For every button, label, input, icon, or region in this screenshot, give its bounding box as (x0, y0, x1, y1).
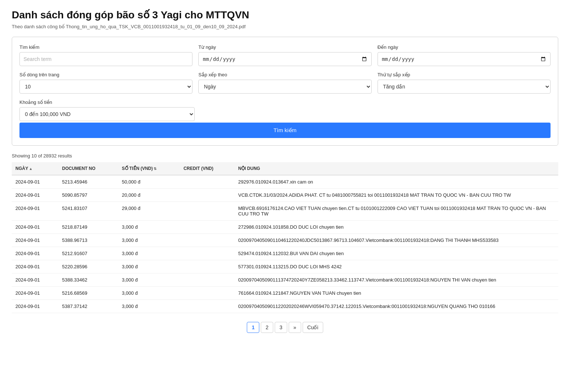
amount-select[interactable]: 0 đến 100,000 VND100,000 đến 500,000 VND… (19, 107, 195, 121)
table-row: 2024-09-015220.285963,000 đ577301.010924… (12, 260, 558, 273)
cell-doc_no-3: 5218.87149 (58, 221, 118, 234)
order-select[interactable]: Tăng dầnGiảm dần (378, 80, 551, 94)
from-date-input[interactable] (198, 52, 371, 66)
cell-so_tien-9: 3,000 đ (118, 300, 180, 313)
cell-credit-3 (180, 221, 235, 234)
amount-label: Khoảng số tiền (19, 99, 195, 105)
cell-credit-4 (180, 234, 235, 247)
cell-ngay-1: 2024-09-01 (12, 189, 58, 202)
results-info: Showing 10 of 28932 results (12, 153, 558, 159)
cell-noi_dung-9: 0200970405090112202020246WVI059470.37142… (235, 300, 559, 313)
page-3-button[interactable]: 3 (275, 322, 287, 333)
cell-doc_no-4: 5388.96713 (58, 234, 118, 247)
cell-doc_no-9: 5387.37142 (58, 300, 118, 313)
page-2-button[interactable]: 2 (261, 322, 273, 333)
search-group: Tìm kiếm (19, 44, 192, 66)
col-ngay[interactable]: NGÀY ▲ (12, 162, 58, 175)
to-date-group: Đến ngày (378, 44, 551, 66)
cell-noi_dung-2: MBVCB.6916176124.CAO VIET TUAN chuyen ti… (235, 202, 559, 221)
rows-label: Số dòng trên trang (19, 72, 192, 77)
cell-ngay-5: 2024-09-01 (12, 247, 58, 260)
cell-so_tien-8: 3,000 đ (118, 287, 180, 300)
sort-select[interactable]: NgàySố tiềnNội dung (198, 80, 371, 94)
sort-group: Sắp xếp theo NgàySố tiềnNội dung (198, 72, 371, 94)
cell-doc_no-2: 5241.83107 (58, 202, 118, 221)
cell-noi_dung-8: 761664.010924.121847.NGUYEN VAN TUAN chu… (235, 287, 559, 300)
page-subtitle: Theo danh sách công bố Thong_tin_ung_ho_… (12, 24, 558, 29)
cell-so_tien-3: 3,000 đ (118, 221, 180, 234)
to-date-label: Đến ngày (378, 44, 551, 50)
table-row: 2024-09-015218.871493,000 đ272986.010924… (12, 221, 558, 234)
order-group: Thứ tự sắp xếp Tăng dầnGiảm dần (378, 72, 551, 94)
page-title: Danh sách đóng góp bão số 3 Yagi cho MTT… (12, 9, 558, 21)
cell-noi_dung-6: 577301.010924.113215.DO DUC LOI MHS 4242 (235, 260, 559, 273)
cell-noi_dung-1: VCB.CTDK.31/03/2024.ADIDA PHAT. CT tu 04… (235, 189, 559, 202)
rows-group: Số dòng trên trang 102550100 (19, 72, 192, 94)
cell-doc_no-6: 5220.28596 (58, 260, 118, 273)
from-date-label: Từ ngày (198, 44, 371, 50)
cell-so_tien-0: 50,000 đ (118, 175, 180, 189)
table-row: 2024-09-015241.8310729,000 đMBVCB.691617… (12, 202, 558, 221)
table-row: 2024-09-015388.334623,000 đ0200970405090… (12, 273, 558, 287)
page-1-button[interactable]: 1 (247, 322, 259, 333)
table-row: 2024-09-015387.371423,000 đ0200970405090… (12, 300, 558, 313)
sort-label: Sắp xếp theo (198, 72, 371, 77)
cell-ngay-4: 2024-09-01 (12, 234, 58, 247)
cell-doc_no-0: 5213.45946 (58, 175, 118, 189)
pagination: 123»Cuối (12, 322, 558, 333)
table-row: 2024-09-015213.4594650,000 đ292976.01092… (12, 175, 558, 189)
cell-credit-7 (180, 273, 235, 287)
col-doc_no: DOCUMENT NO (58, 162, 118, 175)
cell-noi_dung-3: 272986.010924.101858.DO DUC LOI chuyen t… (235, 221, 559, 234)
cell-credit-1 (180, 189, 235, 202)
order-label: Thứ tự sắp xếp (378, 72, 551, 77)
sort-arrow-ngay: ▲ (29, 167, 33, 171)
cell-ngay-0: 2024-09-01 (12, 175, 58, 189)
cell-credit-2 (180, 202, 235, 221)
col-noi_dung: NỘI DUNG (235, 162, 559, 175)
table-row: 2024-09-015388.967133,000 đ0200970405090… (12, 234, 558, 247)
cell-so_tien-1: 20,000 đ (118, 189, 180, 202)
cell-doc_no-8: 5216.68569 (58, 287, 118, 300)
to-date-input[interactable] (378, 52, 551, 66)
cell-ngay-2: 2024-09-01 (12, 202, 58, 221)
amount-group: Khoảng số tiền 0 đến 100,000 VND100,000 … (19, 99, 195, 121)
cell-doc_no-5: 5212.91607 (58, 247, 118, 260)
col-credit: CREDIT (VND) (180, 162, 235, 175)
table-row: 2024-09-015212.916073,000 đ529474.010924… (12, 247, 558, 260)
results-table: NGÀY ▲DOCUMENT NOSỐ TIỀN (VND) ⇅CREDIT (… (12, 162, 558, 313)
cell-ngay-6: 2024-09-01 (12, 260, 58, 273)
cell-doc_no-1: 5090.85797 (58, 189, 118, 202)
cell-so_tien-7: 3,000 đ (118, 273, 180, 287)
cell-so_tien-6: 3,000 đ (118, 260, 180, 273)
cell-so_tien-4: 3,000 đ (118, 234, 180, 247)
cell-noi_dung-5: 529474.010924.112032.BUI VAN DAI chuyen … (235, 247, 559, 260)
search-input[interactable] (19, 52, 192, 66)
next-page-button[interactable]: » (289, 322, 301, 333)
cell-credit-5 (180, 247, 235, 260)
rows-select[interactable]: 102550100 (19, 80, 192, 94)
filter-panel: Tìm kiếm Từ ngày Đến ngày Số dòng trên t… (12, 37, 558, 146)
cell-ngay-9: 2024-09-01 (12, 300, 58, 313)
cell-credit-6 (180, 260, 235, 273)
cell-ngay-8: 2024-09-01 (12, 287, 58, 300)
col-so_tien[interactable]: SỐ TIỀN (VND) ⇅ (118, 162, 180, 175)
from-date-group: Từ ngày (198, 44, 371, 66)
cell-credit-9 (180, 300, 235, 313)
cell-so_tien-5: 3,000 đ (118, 247, 180, 260)
search-button[interactable]: Tìm kiếm (19, 123, 551, 138)
cell-ngay-7: 2024-09-01 (12, 273, 58, 287)
cell-noi_dung-4: 0200970405090110461220240JDC5013867.9671… (235, 234, 559, 247)
table-row: 2024-09-015216.685693,000 đ761664.010924… (12, 287, 558, 300)
last-page-button[interactable]: Cuối (303, 322, 323, 333)
cell-credit-0 (180, 175, 235, 189)
cell-ngay-3: 2024-09-01 (12, 221, 58, 234)
search-label: Tìm kiếm (19, 44, 192, 50)
cell-doc_no-7: 5388.33462 (58, 273, 118, 287)
cell-noi_dung-0: 292976.010924.013647.xin cam on (235, 175, 559, 189)
table-row: 2024-09-015090.8579720,000 đVCB.CTDK.31/… (12, 189, 558, 202)
sort-arrow-so_tien: ⇅ (154, 167, 156, 171)
cell-so_tien-2: 29,000 đ (118, 202, 180, 221)
cell-credit-8 (180, 287, 235, 300)
cell-noi_dung-7: 0200970405090111374720240Y7ZE058213.3346… (235, 273, 559, 287)
